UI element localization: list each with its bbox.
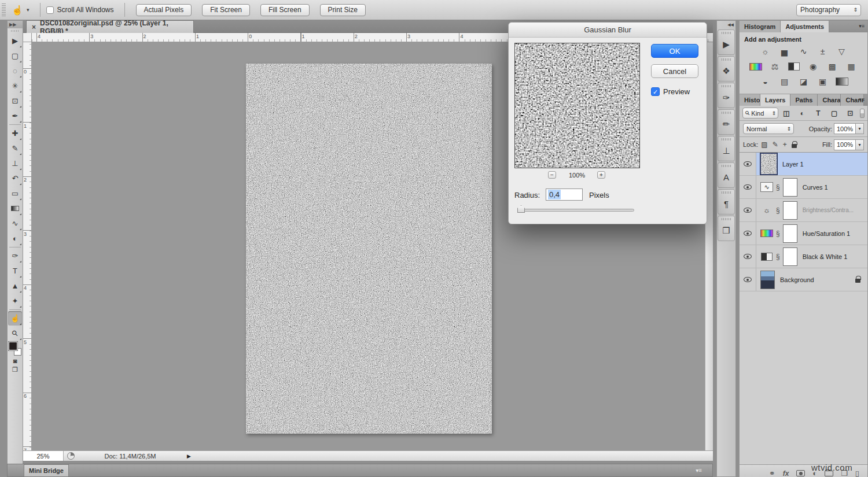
visibility-cell[interactable]	[740, 222, 756, 245]
ruler-corner[interactable]	[23, 33, 32, 42]
fill-screen-button[interactable]: Fill Screen	[260, 4, 310, 16]
panel-menu-icon[interactable]: ▾≡	[859, 97, 865, 102]
eyedropper-tool[interactable]: ✒	[8, 109, 22, 123]
filter-type-layers-icon[interactable]: T	[810, 109, 826, 117]
visibility-cell[interactable]	[740, 268, 756, 291]
zoom-tool[interactable]: ⚲	[8, 326, 22, 341]
lock-paint-icon[interactable]: ✎	[773, 140, 778, 149]
path-selection-tool[interactable]: ▲	[8, 279, 22, 293]
3d-panel-button[interactable]: ❖	[718, 56, 735, 82]
gradient-map-icon[interactable]	[835, 76, 849, 87]
layer-row-body[interactable]: §Black & White 1	[756, 245, 867, 268]
link-layers-icon[interactable]: ⚭	[769, 469, 775, 477]
visibility-cell[interactable]	[740, 199, 756, 221]
brush-presets-panel-button[interactable]: ✑	[718, 83, 735, 108]
document-tab[interactable]: × DSC01082original.psd @ 25% (Layer 1, R…	[26, 20, 194, 33]
radius-slider-thumb[interactable]	[517, 205, 525, 213]
layer-row-body[interactable]: Background	[756, 268, 867, 291]
visibility-cell[interactable]	[740, 153, 756, 175]
brightness-contrast-icon[interactable]: ☼	[759, 46, 773, 57]
gradient-tool[interactable]	[8, 201, 22, 216]
blend-mode-select[interactable]: Normal ⇕	[743, 123, 794, 134]
tab-paths[interactable]: Paths	[790, 94, 818, 106]
tools-panel-collapse[interactable]: ▶▶	[8, 21, 23, 28]
document-image[interactable]	[246, 64, 492, 434]
layer-row[interactable]: ☼§Brightness/Contra...	[740, 199, 867, 222]
vertical-ruler[interactable]: 01234567	[23, 42, 32, 450]
quick-mask-icon[interactable]: ◙	[9, 357, 21, 364]
photo-filter-icon[interactable]: ◉	[806, 61, 820, 72]
visibility-cell[interactable]	[740, 176, 756, 198]
fit-screen-button[interactable]: Fit Screen	[202, 4, 250, 16]
lasso-tool[interactable]: ◌	[8, 64, 22, 78]
print-size-button[interactable]: Print Size	[320, 4, 366, 16]
filter-kind-select[interactable]: ⚲ Kind ⇕	[742, 108, 778, 119]
preview-zoom-in-button[interactable]: +	[597, 171, 605, 179]
preview-checkbox[interactable]: ✓	[651, 87, 660, 96]
quick-selection-tool[interactable]: ✳	[8, 79, 22, 93]
eye-icon[interactable]	[744, 161, 752, 167]
dialog-title[interactable]: Gaussian Blur	[509, 23, 707, 38]
clone-stamp-tool[interactable]: ⊥	[8, 156, 22, 171]
channel-mixer-icon[interactable]: ▩	[825, 61, 839, 72]
invert-icon[interactable]: ◒	[759, 76, 773, 87]
levels-icon[interactable]: ▅	[778, 46, 792, 57]
actions-panel-button[interactable]: ▶	[718, 29, 735, 55]
selective-color-icon[interactable]: ▣	[816, 76, 830, 87]
scroll-all-windows-checkbox[interactable]	[46, 6, 54, 14]
zoom-level-field[interactable]: 25%	[23, 451, 64, 461]
close-tab-icon[interactable]: ×	[27, 23, 40, 31]
visibility-cell[interactable]	[740, 245, 756, 268]
paragraph-panel-button[interactable]: ¶	[718, 189, 735, 215]
vibrance-icon[interactable]: ▽	[835, 46, 849, 57]
cancel-button[interactable]: Cancel	[651, 64, 698, 78]
filter-shape-layers-icon[interactable]: ▢	[826, 109, 843, 117]
tab-adjustments[interactable]: Adjustments	[781, 21, 829, 32]
tab-history[interactable]: Histo	[740, 94, 760, 106]
layer-row[interactable]: §Black & White 1	[740, 245, 867, 268]
panel-menu-icon[interactable]: ▾≡	[859, 23, 865, 29]
brush-tool[interactable]: ✎	[8, 141, 22, 156]
layer-style-icon[interactable]: fx	[783, 469, 789, 477]
tab-layers[interactable]: Layers	[760, 94, 790, 106]
dialog-preview-image[interactable]	[514, 43, 640, 168]
opacity-value[interactable]: 100%	[834, 123, 856, 134]
layer-row[interactable]: §Hue/Saturation 1	[740, 222, 867, 245]
eye-icon[interactable]	[744, 208, 752, 213]
lock-transparency-icon[interactable]: ▨	[761, 140, 767, 149]
tab-character[interactable]: Chara	[818, 94, 841, 106]
curves-icon[interactable]: ∿	[797, 46, 811, 57]
tab-histogram[interactable]: Histogram	[740, 21, 781, 32]
layer-row-body[interactable]: ☼§Brightness/Contra...	[756, 199, 867, 221]
layer-row-body[interactable]: ∿§Curves 1	[756, 176, 867, 198]
layer-row[interactable]: ∿§Curves 1	[740, 176, 867, 199]
layer-row[interactable]: Layer 1	[740, 153, 867, 176]
brush-panel-button[interactable]: ✏	[718, 109, 735, 135]
filter-adjustment-layers-icon[interactable]: ◐	[795, 109, 811, 117]
threshold-icon[interactable]: ◪	[797, 76, 811, 87]
ok-button[interactable]: OK	[651, 44, 698, 58]
layer-row-body[interactable]: Layer 1	[756, 153, 867, 175]
eraser-tool[interactable]: ▭	[8, 186, 22, 201]
status-info-icon[interactable]	[67, 452, 75, 460]
rectangular-marquee-tool[interactable]: ▢	[8, 49, 22, 63]
exposure-icon[interactable]: ±	[816, 46, 830, 57]
layer-row-body[interactable]: §Hue/Saturation 1	[756, 222, 867, 245]
color-lookup-icon[interactable]: ▦	[844, 61, 858, 72]
eye-icon[interactable]	[744, 231, 752, 236]
move-tool[interactable]: ▶	[8, 34, 22, 48]
tools-panel-grip[interactable]	[8, 28, 23, 33]
mini-bridge-tab[interactable]: Mini Bridge	[24, 464, 69, 476]
smudge-tool[interactable]: ∿	[8, 216, 22, 231]
status-menu-arrow-icon[interactable]: ▶	[187, 453, 191, 459]
eye-icon[interactable]	[744, 254, 752, 259]
spot-healing-brush-tool[interactable]: ✚	[8, 126, 22, 140]
tool-preset-caret-icon[interactable]: ▾	[27, 7, 30, 13]
radius-slider-track[interactable]	[518, 209, 634, 212]
pen-tool[interactable]: ✑	[8, 249, 22, 263]
custom-shape-tool[interactable]: ✦	[8, 294, 22, 308]
radius-input[interactable]: 0,4	[546, 188, 583, 201]
actual-pixels-button[interactable]: Actual Pixels	[136, 4, 192, 16]
panel-menu-icon[interactable]: ▾≡	[696, 467, 702, 474]
screen-mode-icon[interactable]: ❐	[9, 366, 21, 374]
